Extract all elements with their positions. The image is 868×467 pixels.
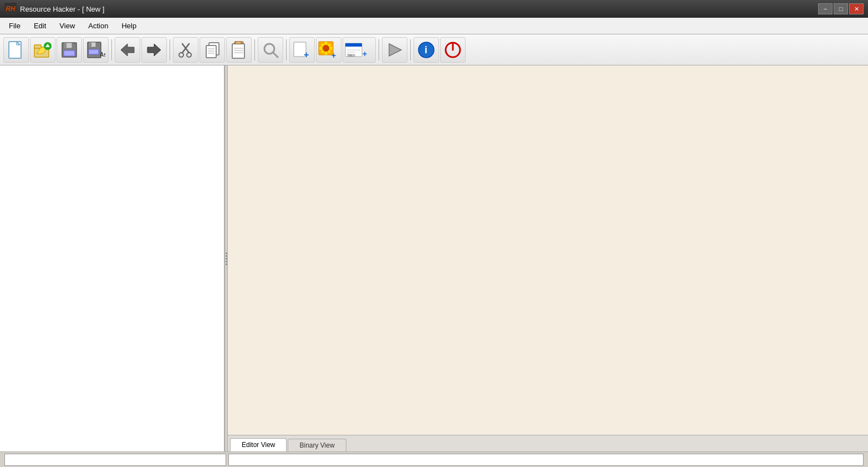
forward-icon [145,42,163,58]
new-file-icon [8,40,24,59]
window-title: Resource Hacker - [ New ] [20,5,818,13]
compile-icon [387,42,402,58]
menu-bar: File Edit View Action Help [0,18,868,34]
add-dialog-button[interactable]: + Men [343,37,376,63]
new-button[interactable] [3,37,29,63]
separator-2 [170,39,170,60]
tab-editor-view[interactable]: Editor View [230,438,287,451]
svg-point-22 [187,53,191,57]
svg-rect-51 [345,43,362,57]
separator-6 [410,39,411,60]
about-icon: i [417,41,435,59]
svg-marker-18 [147,44,161,56]
restore-button[interactable]: □ [834,3,848,14]
window-controls: − □ ✕ [818,3,864,14]
save-button[interactable] [57,37,82,63]
svg-text:Men: Men [348,53,355,57]
svg-point-36 [264,44,274,54]
svg-point-60 [446,43,460,57]
close-button[interactable]: ✕ [849,3,864,14]
menu-help[interactable]: Help [115,19,143,32]
copy-button[interactable] [200,37,225,63]
svg-rect-3 [34,47,49,57]
svg-rect-9 [64,43,72,48]
separator-3 [254,39,255,60]
svg-rect-25 [209,43,219,55]
svg-rect-10 [65,43,67,48]
find-icon [262,42,279,58]
add-dialog-icon: + Men [345,41,374,59]
svg-point-45 [329,47,333,50]
svg-rect-13 [89,42,96,47]
svg-marker-17 [121,44,134,56]
find-button[interactable] [258,37,283,63]
editor-area[interactable] [228,65,868,435]
svg-rect-12 [88,42,101,58]
svg-rect-52 [345,43,362,47]
svg-rect-38 [294,42,306,57]
splitter-dot [226,252,227,254]
svg-line-19 [182,44,189,53]
toolbar: As [0,34,868,65]
cut-icon [178,42,193,58]
tab-binary-view[interactable]: Binary View [288,439,346,451]
about-button[interactable]: i [413,37,439,63]
add-image-icon: + [318,40,340,59]
svg-rect-15 [89,49,99,54]
svg-point-49 [328,50,331,53]
menu-edit[interactable]: Edit [27,19,53,32]
svg-text:i: i [425,44,427,55]
compile-button[interactable] [382,37,407,63]
copy-icon [205,42,220,58]
status-bar [0,451,868,467]
svg-rect-26 [206,45,216,58]
resource-tree[interactable] [0,65,224,451]
cut-button[interactable] [173,37,198,63]
separator-5 [379,39,379,60]
svg-point-47 [328,43,331,46]
add-resource-icon: + [293,41,312,59]
save-icon [61,42,78,58]
add-resource-button[interactable]: + [289,37,315,63]
minimize-button[interactable]: − [818,3,833,14]
svg-point-46 [321,43,324,46]
back-icon [119,42,136,58]
svg-rect-30 [234,42,243,45]
svg-rect-14 [90,43,91,47]
status-right [228,454,864,466]
splitter-handle [226,252,227,265]
save-as-button[interactable]: As [83,37,109,63]
svg-rect-31 [232,44,244,58]
open-button[interactable] [30,37,55,63]
svg-point-44 [319,47,323,50]
svg-rect-4 [34,45,41,48]
svg-rect-32 [236,42,241,44]
menu-file[interactable]: File [2,19,27,32]
paste-button[interactable] [226,37,252,63]
menu-action[interactable]: Action [81,19,115,32]
add-image-button[interactable]: + [316,37,341,63]
svg-rect-40 [319,42,333,55]
svg-rect-0 [9,42,21,58]
save-as-icon: As [86,41,105,59]
svg-marker-57 [389,44,401,56]
status-left [4,454,226,466]
splitter-dot [226,255,227,257]
svg-text:+: + [331,51,336,59]
title-bar: RH Resource Hacker - [ New ] − □ ✕ [0,0,868,18]
svg-text:+: + [304,50,309,59]
back-button[interactable] [115,37,140,63]
separator-1 [111,39,112,60]
svg-marker-7 [45,44,50,47]
forward-button[interactable] [141,37,167,63]
svg-line-20 [182,44,189,53]
right-panel: Editor View Binary View [228,65,868,451]
exit-button[interactable] [440,37,466,63]
svg-text:As: As [100,52,105,58]
svg-point-41 [323,45,329,52]
open-file-icon [33,42,52,58]
menu-view[interactable]: View [53,19,81,32]
svg-marker-5 [37,47,48,54]
app-logo: RH [4,3,17,15]
svg-point-43 [324,52,328,55]
